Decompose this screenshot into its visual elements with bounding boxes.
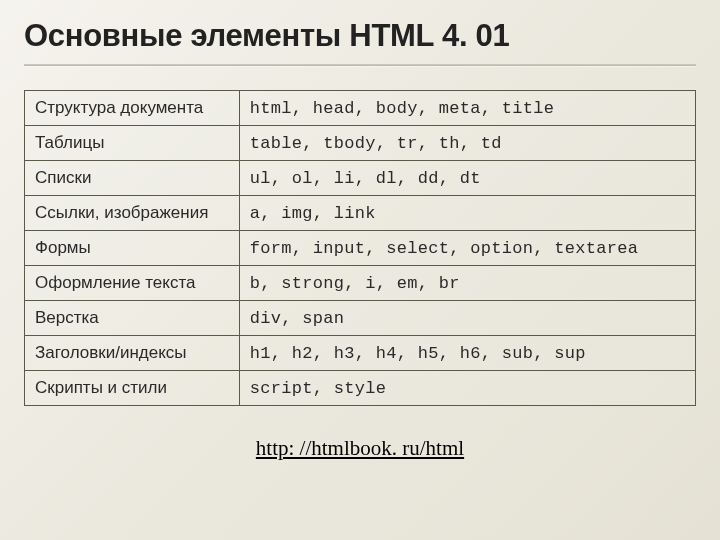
table-row: Ссылки, изображенияa, img, link: [25, 196, 696, 231]
table-row: Таблицыtable, tbody, tr, th, td: [25, 126, 696, 161]
row-label: Ссылки, изображения: [25, 196, 240, 231]
table-row: Спискиul, ol, li, dl, dd, dt: [25, 161, 696, 196]
row-label: Заголовки/индексы: [25, 336, 240, 371]
page-title: Основные элементы HTML 4. 01: [24, 18, 696, 54]
row-label: Оформление текста: [25, 266, 240, 301]
row-items: table, tbody, tr, th, td: [239, 126, 695, 161]
table-row: Формыform, input, select, option, textar…: [25, 231, 696, 266]
row-items: a, img, link: [239, 196, 695, 231]
elements-table: Структура документаhtml, head, body, met…: [24, 90, 696, 406]
row-items: b, strong, i, em, br: [239, 266, 695, 301]
row-items: html, head, body, meta, title: [239, 91, 695, 126]
title-underline: [24, 64, 696, 66]
row-items: h1, h2, h3, h4, h5, h6, sub, sup: [239, 336, 695, 371]
row-label: Верстка: [25, 301, 240, 336]
row-label: Таблицы: [25, 126, 240, 161]
row-items: form, input, select, option, textarea: [239, 231, 695, 266]
row-label: Формы: [25, 231, 240, 266]
row-items: script, style: [239, 371, 695, 406]
row-label: Структура документа: [25, 91, 240, 126]
table-row: Версткаdiv, span: [25, 301, 696, 336]
table-row: Структура документаhtml, head, body, met…: [25, 91, 696, 126]
row-items: ul, ol, li, dl, dd, dt: [239, 161, 695, 196]
row-label: Скрипты и стили: [25, 371, 240, 406]
row-items: div, span: [239, 301, 695, 336]
reference-link[interactable]: http: //htmlbook. ru/html: [24, 436, 696, 461]
table-row: Скрипты и стилиscript, style: [25, 371, 696, 406]
table-row: Оформление текстаb, strong, i, em, br: [25, 266, 696, 301]
row-label: Списки: [25, 161, 240, 196]
table-row: Заголовки/индексыh1, h2, h3, h4, h5, h6,…: [25, 336, 696, 371]
